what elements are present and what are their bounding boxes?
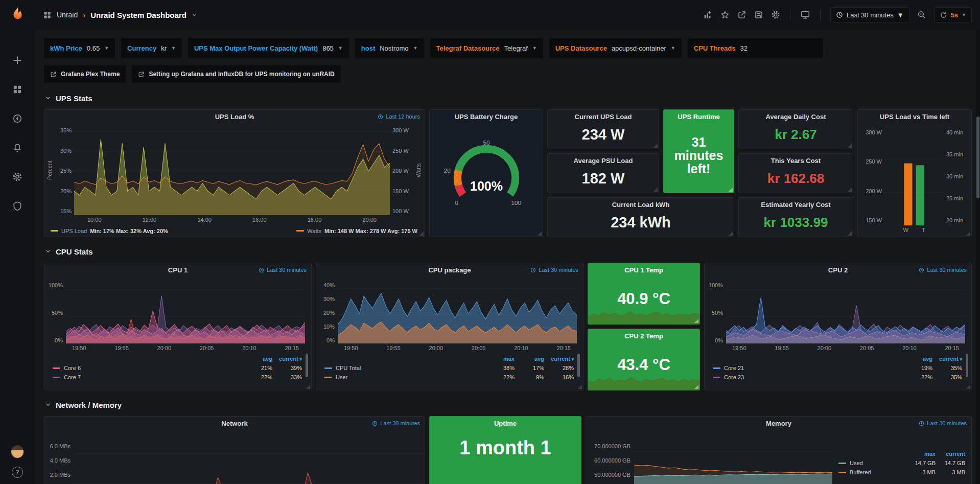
legend-col-header[interactable]: avg — [243, 356, 272, 362]
panel-title[interactable]: Average Daily Cost — [739, 110, 853, 123]
variable-value[interactable]: Nostromo — [380, 44, 408, 52]
panel-title[interactable]: This Years Cost — [739, 154, 853, 167]
panel-title[interactable]: CPU 1 Temp — [588, 263, 699, 276]
ups-load-chart[interactable] — [74, 125, 390, 215]
legend-row[interactable]: Core 722%33% — [53, 373, 302, 382]
legend-item[interactable]: UPS LoadMin: 17% Max: 32% Avg: 20% — [51, 228, 168, 234]
time-range-picker[interactable]: Last 30 minutes ▼ — [830, 7, 909, 23]
panel-resize-handle[interactable] — [848, 144, 852, 148]
legend-row[interactable]: Core 2119%35% — [713, 363, 962, 373]
cpu1-chart[interactable] — [66, 279, 305, 343]
network-chart[interactable] — [74, 434, 425, 484]
save-icon[interactable] — [754, 10, 763, 19]
time-range-badge[interactable]: Last 12 hours — [378, 113, 420, 120]
variable-currency[interactable]: Currencykr▼ — [121, 38, 182, 58]
legend-row[interactable]: Used14.7 GB14.7 GB — [838, 458, 965, 468]
legend-col-header-sorted[interactable]: current — [272, 356, 302, 362]
legend-row[interactable]: User22%9%16% — [324, 373, 574, 382]
legend-scrollbar[interactable] — [966, 354, 968, 377]
refresh-control[interactable]: 5s ▼ — [934, 7, 972, 23]
variable-kwh-price[interactable]: kWh Price0.65▼ — [44, 38, 115, 58]
dashboard-link-ups-guide[interactable]: Setting up Grafana and InfluxDB for UPS … — [132, 65, 340, 83]
panel-title[interactable]: Memory — [586, 417, 971, 430]
panel-resize-handle[interactable] — [306, 385, 310, 389]
cpu-threads-input[interactable]: 32 — [740, 44, 816, 52]
scrollbar-thumb[interactable] — [976, 117, 979, 198]
panel-title[interactable]: UPS Runtime — [664, 110, 734, 123]
legend-col-header-sorted[interactable]: current — [932, 356, 962, 362]
cpu2-chart[interactable] — [726, 279, 965, 343]
help-icon[interactable]: ? — [12, 467, 23, 478]
server-admin-shield-icon[interactable] — [7, 199, 28, 213]
dashboard-link-plex-theme[interactable]: Grafana Plex Theme — [44, 65, 126, 83]
section-cpu-stats[interactable]: CPU Stats — [45, 244, 972, 259]
variable-value[interactable]: 865 — [322, 44, 334, 52]
section-network-memory[interactable]: Network / Memory — [45, 398, 972, 412]
breadcrumb[interactable]: Unraid › Unraid System Dashboard — [43, 11, 197, 19]
panel-title[interactable]: Average PSU Load — [548, 154, 659, 167]
variable-ups-datasource[interactable]: UPS Datasourceapcupsd-container▼ — [549, 38, 682, 58]
panel-resize-handle[interactable] — [694, 319, 698, 323]
legend-row[interactable]: CPU Total38%17%28% — [324, 363, 574, 373]
variable-ups-max-output[interactable]: UPS Max Output Power Capacity (Watt)865▼ — [188, 38, 349, 58]
panel-resize-handle[interactable] — [966, 385, 970, 389]
legend-scrollbar[interactable] — [577, 354, 580, 377]
dashboard-grid-icon[interactable] — [43, 11, 52, 19]
add-panel-icon[interactable] — [703, 10, 713, 20]
refresh-interval[interactable]: 5s — [951, 11, 958, 19]
memory-chart[interactable] — [634, 434, 832, 484]
legend-col-header[interactable]: current — [936, 451, 965, 457]
panel-title[interactable]: UPS Battery Charge — [430, 110, 543, 123]
panel-title[interactable]: Network — [44, 417, 425, 430]
panel-resize-handle[interactable] — [848, 232, 852, 236]
panel-title[interactable]: Current UPS Load — [548, 110, 659, 123]
star-icon[interactable] — [720, 10, 730, 19]
legend-col-header[interactable]: avg — [903, 356, 932, 362]
user-avatar[interactable] — [11, 445, 24, 458]
variable-telegraf-datasource[interactable]: Telegraf DatasourceTelegraf▼ — [430, 38, 543, 58]
share-icon[interactable] — [737, 10, 746, 19]
panel-resize-handle[interactable] — [538, 232, 542, 236]
explore-icon[interactable] — [7, 111, 28, 126]
legend-col-header[interactable]: max — [485, 356, 515, 362]
page-scrollbar[interactable] — [976, 30, 980, 484]
legend-item[interactable]: WattsMin: 148 W Max: 278 W Avg: 175 W — [296, 228, 417, 234]
dashboard-title[interactable]: Unraid System Dashboard — [90, 11, 186, 19]
panel-title[interactable]: UPS Load % — [44, 110, 425, 123]
zoom-out-icon[interactable] — [917, 10, 926, 19]
legend-col-header[interactable]: avg — [515, 356, 544, 362]
variable-value[interactable]: kr — [161, 44, 167, 52]
variable-cpu-threads[interactable]: CPU Threads32 — [688, 38, 823, 58]
time-range-badge[interactable]: Last 30 minutes — [372, 420, 420, 426]
panel-resize-handle[interactable] — [848, 188, 852, 192]
breadcrumb-folder[interactable]: Unraid — [57, 11, 78, 19]
legend-scrollbar[interactable] — [306, 354, 308, 377]
grafana-logo[interactable] — [0, 0, 35, 30]
panel-resize-handle[interactable] — [694, 385, 698, 389]
section-ups-stats[interactable]: UPS Stats — [45, 91, 972, 105]
settings-gear-icon[interactable] — [771, 10, 780, 19]
variable-value[interactable]: apcupsd-container — [612, 44, 666, 52]
chevron-down-icon[interactable] — [192, 12, 197, 18]
panel-resize-handle[interactable] — [419, 232, 424, 236]
time-range-badge[interactable]: Last 30 minutes — [919, 420, 967, 426]
panel-title[interactable]: UPS Load vs Time left — [858, 110, 971, 123]
panel-resize-handle[interactable] — [729, 232, 733, 236]
variable-value[interactable]: Telegraf — [504, 44, 528, 52]
legend-col-header-sorted[interactable]: current — [544, 356, 574, 362]
legend-row[interactable]: Core 621%39% — [53, 363, 302, 373]
legend-row[interactable]: Buffered3 MB3 MB — [838, 468, 965, 477]
legend-row[interactable]: Core 2322%35% — [713, 373, 962, 382]
panel-title[interactable]: CPU 2 Temp — [588, 329, 699, 342]
legend-col-header[interactable]: max — [906, 451, 936, 457]
panel-resize-handle[interactable] — [729, 188, 733, 192]
refresh-icon[interactable] — [940, 11, 947, 19]
panel-title[interactable]: Estimated Yearly Cost — [739, 198, 853, 211]
panel-resize-handle[interactable] — [654, 144, 658, 148]
alerting-bell-icon[interactable] — [7, 141, 28, 155]
cycle-view-monitor-icon[interactable] — [800, 10, 810, 20]
time-range-badge[interactable]: Last 30 minutes — [530, 267, 578, 273]
panel-resize-handle[interactable] — [966, 232, 970, 236]
cpu-package-chart[interactable] — [338, 279, 577, 343]
panel-title[interactable]: Uptime — [430, 417, 581, 430]
